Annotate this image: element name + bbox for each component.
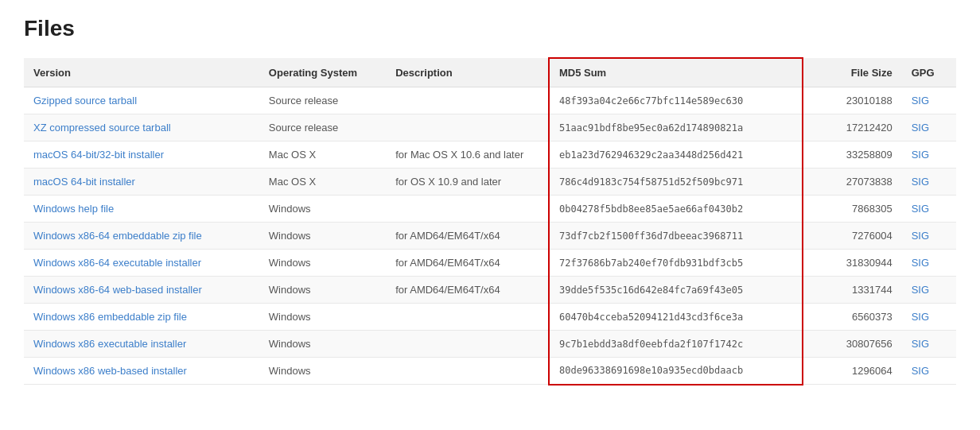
cell-os: Windows (259, 196, 386, 223)
cell-md5: 51aac91bdf8be95ec0a62d174890821a (549, 114, 803, 141)
cell-filesize: 6560373 (803, 304, 902, 331)
page-title: Files (24, 16, 956, 41)
cell-md5: 60470b4cceba52094121d43cd3f6ce3a (549, 304, 803, 331)
table-row: Windows x86 executable installer Windows… (24, 331, 956, 358)
cell-description (386, 331, 549, 358)
sig-link[interactable]: SIG (912, 122, 929, 134)
cell-version: Gzipped source tarball (24, 87, 259, 114)
version-link[interactable]: Windows help file (33, 203, 114, 215)
table-row: Windows x86-64 embeddable zip file Windo… (24, 223, 956, 250)
sig-link[interactable]: SIG (912, 284, 929, 296)
cell-version: Windows x86-64 embeddable zip file (24, 223, 259, 250)
table-row: Windows x86 embeddable zip file Windows … (24, 304, 956, 331)
cell-filesize: 30807656 (803, 331, 902, 358)
table-row: Windows x86 web-based installer Windows … (24, 358, 956, 385)
sig-link[interactable]: SIG (912, 176, 929, 188)
cell-os: Windows (259, 358, 386, 385)
cell-os: Mac OS X (259, 169, 386, 196)
cell-gpg: SIG (902, 223, 956, 250)
cell-description: for AMD64/EM64T/x64 (386, 223, 549, 250)
cell-version: Windows help file (24, 196, 259, 223)
cell-md5: 72f37686b7ab240ef70fdb931bdf3cb5 (549, 250, 803, 277)
cell-filesize: 1331744 (803, 277, 902, 304)
sig-link[interactable]: SIG (912, 338, 929, 350)
cell-gpg: SIG (902, 250, 956, 277)
sig-link[interactable]: SIG (912, 257, 929, 269)
version-link[interactable]: Windows x86 embeddable zip file (33, 311, 187, 323)
sig-link[interactable]: SIG (912, 149, 929, 161)
cell-gpg: SIG (902, 331, 956, 358)
version-link[interactable]: Windows x86-64 executable installer (33, 257, 201, 269)
cell-gpg: SIG (902, 169, 956, 196)
cell-gpg: SIG (902, 304, 956, 331)
version-link[interactable]: Windows x86-64 web-based installer (33, 284, 202, 296)
cell-version: Windows x86-64 web-based installer (24, 277, 259, 304)
cell-gpg: SIG (902, 141, 956, 169)
version-link[interactable]: Windows x86 web-based installer (33, 365, 187, 377)
cell-version: Windows x86 embeddable zip file (24, 304, 259, 331)
sig-link[interactable]: SIG (912, 311, 929, 323)
cell-os: Windows (259, 250, 386, 277)
cell-md5: 786c4d9183c754f58751d52f509bc971 (549, 169, 803, 196)
header-filesize: File Size (803, 58, 902, 87)
cell-md5: 48f393a04c2e66c77bfc114e589ec630 (549, 87, 803, 114)
cell-filesize: 23010188 (803, 87, 902, 114)
cell-filesize: 31830944 (803, 250, 902, 277)
sig-link[interactable]: SIG (912, 203, 929, 215)
cell-filesize: 27073838 (803, 169, 902, 196)
cell-md5: 0b04278f5bdb8ee85ae5ae66af0430b2 (549, 196, 803, 223)
cell-description: for OS X 10.9 and later (386, 169, 549, 196)
version-link[interactable]: macOS 64-bit installer (33, 176, 135, 188)
header-description: Description (386, 58, 549, 87)
cell-description: for Mac OS X 10.6 and later (386, 141, 549, 169)
version-link[interactable]: Gzipped source tarball (33, 95, 137, 107)
cell-description (386, 358, 549, 385)
cell-filesize: 33258809 (803, 141, 902, 169)
version-link[interactable]: Windows x86 executable installer (33, 338, 186, 350)
version-link[interactable]: Windows x86-64 embeddable zip file (33, 230, 202, 242)
cell-gpg: SIG (902, 114, 956, 141)
sig-link[interactable]: SIG (912, 230, 929, 242)
table-row: Gzipped source tarball Source release 48… (24, 87, 956, 114)
cell-version: Windows x86 web-based installer (24, 358, 259, 385)
table-row: macOS 64-bit/32-bit installer Mac OS X f… (24, 141, 956, 169)
cell-os: Windows (259, 277, 386, 304)
sig-link[interactable]: SIG (912, 365, 929, 377)
header-md5: MD5 Sum (549, 58, 803, 87)
cell-description (386, 304, 549, 331)
files-table: Version Operating System Description MD5… (24, 57, 956, 385)
version-link[interactable]: macOS 64-bit/32-bit installer (33, 149, 164, 161)
sig-link[interactable]: SIG (912, 95, 929, 107)
table-row: macOS 64-bit installer Mac OS X for OS X… (24, 169, 956, 196)
header-version: Version (24, 58, 259, 87)
cell-filesize: 7868305 (803, 196, 902, 223)
cell-md5: 9c7b1ebdd3a8df0eebfda2f107f1742c (549, 331, 803, 358)
cell-os: Source release (259, 87, 386, 114)
cell-md5: 73df7cb2f1500ff36d7dbeeac3968711 (549, 223, 803, 250)
cell-description: for AMD64/EM64T/x64 (386, 277, 549, 304)
cell-os: Source release (259, 114, 386, 141)
cell-description (386, 114, 549, 141)
cell-gpg: SIG (902, 87, 956, 114)
cell-md5: 39dde5f535c16d642e84fc7a69f43e05 (549, 277, 803, 304)
cell-gpg: SIG (902, 277, 956, 304)
table-row: Windows x86-64 web-based installer Windo… (24, 277, 956, 304)
cell-gpg: SIG (902, 196, 956, 223)
header-gpg: GPG (902, 58, 956, 87)
cell-description: for AMD64/EM64T/x64 (386, 250, 549, 277)
table-row: XZ compressed source tarball Source rele… (24, 114, 956, 141)
cell-os: Windows (259, 223, 386, 250)
version-link[interactable]: XZ compressed source tarball (33, 122, 171, 134)
cell-version: macOS 64-bit/32-bit installer (24, 141, 259, 169)
cell-os: Windows (259, 331, 386, 358)
cell-filesize: 17212420 (803, 114, 902, 141)
cell-version: Windows x86-64 executable installer (24, 250, 259, 277)
cell-gpg: SIG (902, 358, 956, 385)
cell-version: macOS 64-bit installer (24, 169, 259, 196)
cell-version: XZ compressed source tarball (24, 114, 259, 141)
cell-md5: eb1a23d762946329c2aa3448d256d421 (549, 141, 803, 169)
header-os: Operating System (259, 58, 386, 87)
cell-md5: 80de96338691698e10a935ecd0bdaacb (549, 358, 803, 385)
cell-filesize: 1296064 (803, 358, 902, 385)
cell-os: Windows (259, 304, 386, 331)
